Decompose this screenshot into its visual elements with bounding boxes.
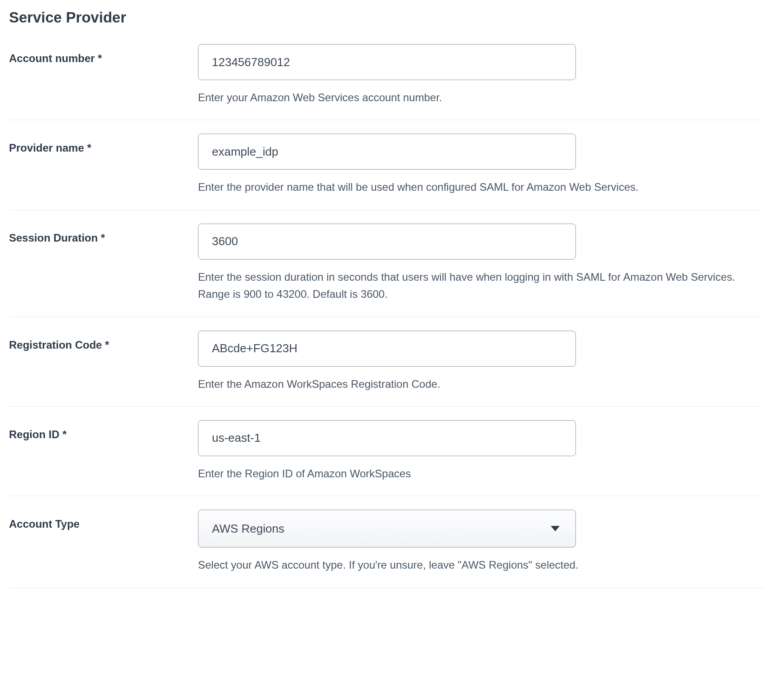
field-row-account-type: Account Type AWS Regions Select your AWS… bbox=[9, 496, 764, 588]
field-row-account-number: Account number * Enter your Amazon Web S… bbox=[9, 44, 764, 120]
field-row-provider-name: Provider name * Enter the provider name … bbox=[9, 120, 764, 210]
region-id-label: Region ID * bbox=[9, 420, 198, 441]
region-id-input[interactable] bbox=[198, 420, 576, 456]
section-title: Service Provider bbox=[9, 9, 764, 26]
provider-name-input[interactable] bbox=[198, 134, 576, 170]
region-id-help: Enter the Region ID of Amazon WorkSpaces bbox=[198, 465, 764, 482]
session-duration-input[interactable] bbox=[198, 224, 576, 260]
registration-code-help: Enter the Amazon WorkSpaces Registration… bbox=[198, 376, 764, 393]
field-row-registration-code: Registration Code * Enter the Amazon Wor… bbox=[9, 317, 764, 407]
registration-code-input[interactable] bbox=[198, 331, 576, 367]
provider-name-label: Provider name * bbox=[9, 134, 198, 154]
account-type-select[interactable]: AWS Regions bbox=[198, 510, 576, 547]
provider-name-help: Enter the provider name that will be use… bbox=[198, 179, 764, 196]
account-type-label: Account Type bbox=[9, 510, 198, 530]
field-row-session-duration: Session Duration * Enter the session dur… bbox=[9, 210, 764, 317]
field-row-region-id: Region ID * Enter the Region ID of Amazo… bbox=[9, 407, 764, 496]
account-number-input[interactable] bbox=[198, 44, 576, 80]
account-number-help: Enter your Amazon Web Services account n… bbox=[198, 89, 764, 106]
registration-code-label: Registration Code * bbox=[9, 331, 198, 351]
session-duration-label: Session Duration * bbox=[9, 224, 198, 244]
session-duration-help: Enter the session duration in seconds th… bbox=[198, 269, 764, 303]
account-number-label: Account number * bbox=[9, 44, 198, 65]
account-type-selected-value: AWS Regions bbox=[212, 522, 284, 536]
account-type-help: Select your AWS account type. If you're … bbox=[198, 556, 764, 574]
